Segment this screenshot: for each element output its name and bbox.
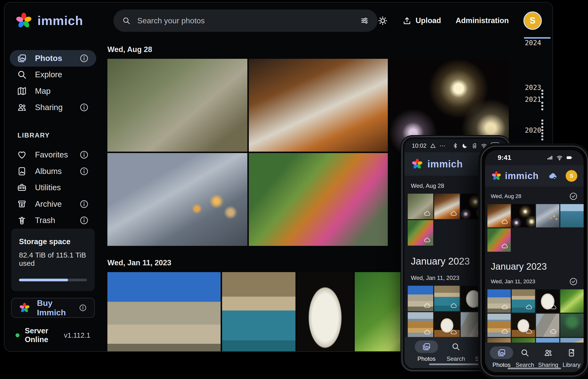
timeline-scrub-indicator[interactable] [524,37,551,39]
timeline-segment-dot [541,126,543,128]
photo-thumbnail-castle[interactable] [408,286,433,311]
photo-thumbnail-bust[interactable] [297,272,353,352]
user-avatar[interactable]: S [523,11,542,30]
photo-thumbnail-coastal[interactable] [434,286,460,311]
photo-thumbnail-castle[interactable] [107,272,221,352]
photo-thumbnail-castle[interactable] [487,289,511,313]
photo-thumbnail-autumn[interactable] [487,228,511,252]
date-group-row: Wed, Aug 28 [485,187,584,204]
data-saver-icon [430,142,436,149]
cloud-backup-icon [424,237,431,244]
explore-icon [17,70,27,79]
photo-thumbnail-dinner[interactable] [434,194,460,219]
sidebar-item-utilities[interactable]: Utilities [10,179,96,196]
sidebar-item-sharing[interactable]: Sharing [10,99,96,116]
photo-thumbnail-beach[interactable] [487,314,511,337]
sharing-icon [17,103,27,112]
timeline-segment-dot [541,102,543,104]
search-bar[interactable]: Search your photos [113,9,378,32]
search-filter-icon[interactable] [360,16,369,25]
photo-thumbnail-hands[interactable] [536,204,559,227]
battery-icon [566,155,573,161]
administration-link[interactable]: Administration [456,16,509,25]
select-all-check-icon[interactable] [569,192,578,201]
search-icon [451,342,460,351]
timeline-year[interactable]: 2021 [525,95,541,104]
cloud-backup-icon [501,218,508,225]
search-icon [122,16,130,25]
photo-thumbnail-zoo[interactable] [408,194,433,219]
storage-progress-bar [19,279,87,281]
sidebar-item-map[interactable]: Map [10,83,96,99]
photo-thumbnail-ruin[interactable] [536,314,559,337]
photo-thumbnail-autumn[interactable] [408,220,433,246]
select-all-check-icon[interactable] [569,277,578,286]
sidebar-item-explore[interactable]: Explore [10,66,96,83]
photo-thumbnail-coastal[interactable] [222,272,295,352]
app-wordmark: immich [505,171,539,181]
timeline-segment-dot [541,123,543,125]
library-section-heading: LIBRARY [17,132,96,139]
iphone-status-bar: 9:41 [485,150,584,165]
wifi-icon [481,142,487,149]
cloud-backup-icon [550,303,557,311]
photo-thumbnail-sea[interactable] [560,204,584,227]
active-nav-pill [415,340,438,353]
user-avatar[interactable]: S [566,170,577,182]
signal-bars-icon [546,155,554,161]
cloud-backup-icon [450,302,457,309]
timeline-segment-dot [541,105,543,107]
photo-thumbnail-autumn[interactable] [249,153,388,246]
cloud-sync-icon[interactable] [547,171,558,181]
theme-toggle-button[interactable] [378,16,388,26]
upload-button[interactable]: Upload [402,16,441,25]
photo-thumbnail-faces[interactable] [434,312,460,338]
info-icon[interactable] [79,304,87,312]
photo-thumbnail-faces[interactable] [512,314,535,337]
timeline-segment-dot [541,135,543,137]
photo-thumbnail-coastal[interactable] [512,289,535,313]
photos-icon [497,348,506,357]
photo-thumbnail-tree[interactable] [560,314,584,337]
info-icon[interactable] [79,150,89,160]
photo-thumbnail-beach[interactable] [408,312,433,338]
storage-space-card: Storage space 82.4 TiB of 115.1 TiB used [11,229,95,291]
app-logo[interactable]: immich [15,12,83,29]
info-icon[interactable] [79,166,89,176]
sidebar-item-favorites[interactable]: Favorites [10,146,96,163]
cloud-backup-icon [424,302,431,309]
info-icon[interactable] [79,199,89,209]
photo-thumbnail-zoo[interactable] [107,59,247,152]
photo-thumbnail-dinner[interactable] [487,204,511,227]
sidebar-item-photos[interactable]: Photos [10,50,96,66]
sidebar-item-albums[interactable]: Albums [10,163,96,180]
timeline-year[interactable]: 2024 [525,39,541,47]
buy-immich-button[interactable]: Buy Immich [11,298,95,318]
immich-flower-icon [19,302,30,313]
timeline-segment-dot [541,96,543,98]
photo-thumbnail-fireworks[interactable] [512,204,535,227]
timeline-segment-dot [541,93,543,95]
timeline-year[interactable]: 2020 [525,126,541,134]
info-icon[interactable] [79,103,89,112]
iphone-mockup: 9:41 immich S Wed, Aug 28 [481,146,588,377]
search-icon [521,348,529,357]
photo-thumbnail-berries[interactable] [560,289,584,313]
photo-thumbnail-dinner[interactable] [249,59,388,152]
timeline-year[interactable]: 2023 [525,84,541,92]
immich-flower-icon [491,171,502,181]
month-heading: January 2023 [485,252,584,272]
timeline-segment-dot [541,139,543,141]
nav-item-library[interactable]: Library [560,347,583,372]
sidebar-item-trash[interactable]: Trash [10,212,96,229]
search-input[interactable]: Search your photos [137,16,353,25]
timeline-segment-dot [541,132,543,134]
sidebar-item-archive[interactable]: Archive [10,196,96,212]
photo-thumbnail-bust[interactable] [536,289,559,313]
app-wordmark: immich [37,13,83,28]
cloud-backup-icon [525,328,533,335]
info-icon[interactable] [79,216,89,225]
info-icon[interactable] [79,53,89,63]
photos-icon [422,342,431,351]
photo-thumbnail-hands[interactable] [107,153,247,246]
